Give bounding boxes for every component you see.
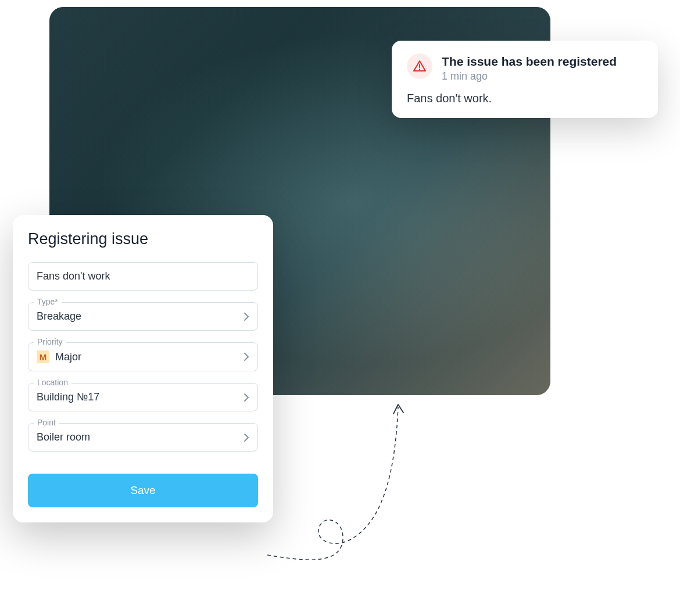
- alert-triangle-icon: [413, 59, 427, 73]
- description-field-group: Fans don't work: [28, 262, 258, 291]
- notification-text: The issue has been registered 1 min ago: [442, 53, 643, 83]
- point-field-group: Point Boiler room: [28, 423, 258, 452]
- type-field-group: Type* Breakage: [28, 302, 258, 331]
- notification-title: The issue has been registered: [442, 53, 643, 69]
- priority-label: Priority: [34, 337, 66, 346]
- priority-select[interactable]: M Major: [28, 342, 258, 371]
- type-label: Type*: [34, 297, 62, 306]
- save-button[interactable]: Save: [28, 474, 258, 507]
- type-select[interactable]: Breakage: [28, 302, 258, 331]
- chevron-right-icon: [244, 352, 249, 361]
- location-value: Building №17: [37, 391, 99, 403]
- chevron-right-icon: [244, 433, 249, 442]
- priority-value: Major: [55, 351, 81, 363]
- description-input[interactable]: Fans don't work: [28, 262, 258, 291]
- notification-card: The issue has been registered 1 min ago …: [392, 41, 658, 118]
- type-value: Breakage: [37, 310, 81, 323]
- location-field-group: Location Building №17: [28, 383, 258, 411]
- description-value: Fans don't work: [37, 270, 110, 282]
- form-title: Registering issue: [28, 230, 258, 248]
- point-value: Boiler room: [37, 431, 90, 443]
- chevron-right-icon: [244, 393, 249, 402]
- location-select[interactable]: Building №17: [28, 383, 258, 411]
- location-label: Location: [34, 378, 71, 387]
- alert-icon-wrapper: [407, 53, 432, 79]
- notification-timestamp: 1 min ago: [442, 70, 643, 83]
- chevron-right-icon: [244, 312, 249, 321]
- issue-form-card: Registering issue Fans don't work Type* …: [13, 215, 273, 522]
- notification-body: Fans don't work.: [407, 92, 643, 105]
- point-select[interactable]: Boiler room: [28, 423, 258, 452]
- point-label: Point: [34, 418, 59, 427]
- priority-badge: M: [37, 350, 49, 363]
- notification-header: The issue has been registered 1 min ago: [407, 53, 643, 83]
- svg-point-1: [419, 69, 420, 70]
- priority-field-group: Priority M Major: [28, 342, 258, 371]
- connector-arrow-decoration: [267, 401, 424, 564]
